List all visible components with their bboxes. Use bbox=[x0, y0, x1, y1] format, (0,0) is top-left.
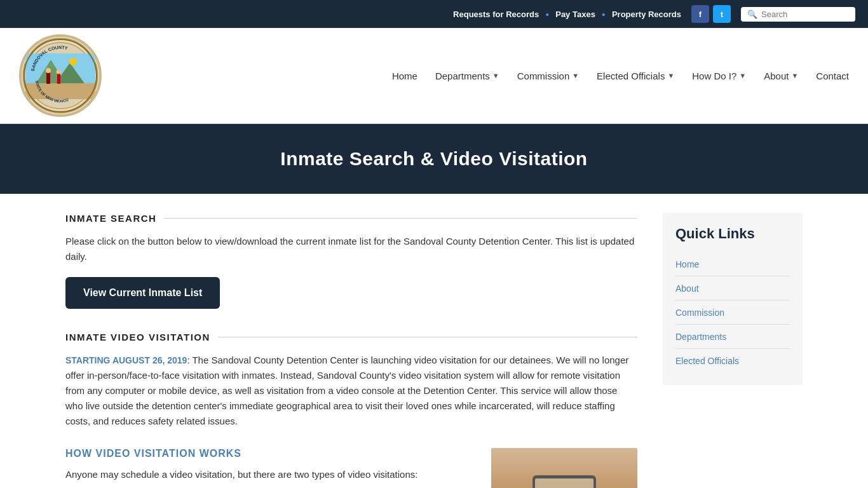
search-input[interactable] bbox=[761, 10, 849, 19]
departments-chevron: ▼ bbox=[492, 72, 499, 79]
svg-point-7 bbox=[46, 68, 51, 73]
inmate-search-description: Please click on the button below to view… bbox=[65, 234, 637, 264]
quick-link-departments-link[interactable]: Departments bbox=[675, 332, 726, 342]
main-nav: Home Departments ▼ Commission ▼ Elected … bbox=[392, 71, 849, 81]
facebook-icon[interactable]: f bbox=[691, 5, 709, 23]
view-inmate-list-button[interactable]: View Current Inmate List bbox=[65, 277, 220, 309]
quick-link-elected-officials: Elected Officials bbox=[675, 348, 790, 372]
page-title: Inmate Search & Video Visitation bbox=[13, 148, 855, 170]
quick-links-list: Home About Commission Departments Electe… bbox=[675, 259, 790, 372]
twitter-icon[interactable]: t bbox=[713, 5, 731, 23]
quick-link-elected-officials-link[interactable]: Elected Officials bbox=[675, 356, 739, 366]
dot-2: ● bbox=[602, 11, 606, 18]
nav-elected-officials[interactable]: Elected Officials ▼ bbox=[597, 71, 674, 81]
commission-chevron: ▼ bbox=[572, 72, 579, 79]
top-bar: Requests for Records ● Pay Taxes ● Prope… bbox=[0, 0, 868, 28]
video-visitation-body: STARTING AUGUST 26, 2019: The Sandoval C… bbox=[65, 353, 637, 429]
property-records-link[interactable]: Property Records bbox=[612, 10, 681, 19]
quick-link-departments: Departments bbox=[675, 324, 790, 348]
svg-rect-8 bbox=[57, 74, 60, 84]
how-works-section: HOW VIDEO VISITATION WORKS Anyone may sc… bbox=[65, 448, 637, 488]
video-thumbnail bbox=[491, 448, 637, 488]
alert-date: STARTING AUGUST 26, 2019 bbox=[65, 355, 187, 365]
top-bar-links: Requests for Records ● Pay Taxes ● Prope… bbox=[453, 10, 681, 19]
svg-point-12 bbox=[69, 58, 77, 65]
header: SANDOVAL COUNTY STATE OF NEW MEXICO Home… bbox=[0, 28, 868, 124]
elected-officials-chevron: ▼ bbox=[667, 72, 674, 79]
logo-circle: SANDOVAL COUNTY STATE OF NEW MEXICO bbox=[19, 34, 102, 117]
inmate-search-heading: INMATE SEARCH bbox=[65, 213, 637, 224]
tablet-icon bbox=[526, 472, 602, 489]
main-wrapper: INMATE SEARCH Please click on the button… bbox=[53, 194, 815, 488]
content-area: INMATE SEARCH Please click on the button… bbox=[65, 213, 637, 488]
dot-1: ● bbox=[545, 11, 549, 18]
video-thumb-inner bbox=[491, 448, 637, 488]
nav-departments[interactable]: Departments ▼ bbox=[435, 71, 499, 81]
quick-link-about: About bbox=[675, 276, 790, 300]
svg-point-9 bbox=[57, 70, 61, 74]
video-visitation-heading: INMATE VIDEO VISITATION bbox=[65, 332, 637, 342]
video-visitation-section: INMATE VIDEO VISITATION STARTING AUGUST … bbox=[65, 332, 637, 429]
quick-links-title: Quick Links bbox=[675, 226, 790, 248]
quick-links-box: Quick Links Home About Commission Depart… bbox=[663, 213, 803, 385]
requests-for-records-link[interactable]: Requests for Records bbox=[453, 10, 539, 19]
nav-about[interactable]: About ▼ bbox=[764, 71, 798, 81]
search-box[interactable]: 🔍 bbox=[741, 7, 855, 22]
quick-link-about-link[interactable]: About bbox=[675, 283, 699, 294]
logo-area: SANDOVAL COUNTY STATE OF NEW MEXICO bbox=[19, 34, 102, 117]
pay-taxes-link[interactable]: Pay Taxes bbox=[555, 10, 595, 19]
page-banner: Inmate Search & Video Visitation bbox=[0, 124, 868, 194]
search-icon: 🔍 bbox=[747, 10, 757, 19]
social-icons: f t bbox=[691, 5, 731, 23]
quick-link-commission: Commission bbox=[675, 300, 790, 324]
nav-commission[interactable]: Commission ▼ bbox=[517, 71, 579, 81]
about-chevron: ▼ bbox=[791, 72, 798, 79]
nav-how-do-i[interactable]: How Do I? ▼ bbox=[692, 71, 746, 81]
how-do-i-chevron: ▼ bbox=[739, 72, 746, 79]
quick-link-home: Home bbox=[675, 259, 790, 276]
svg-rect-6 bbox=[46, 72, 50, 84]
county-seal-svg: SANDOVAL COUNTY STATE OF NEW MEXICO bbox=[22, 37, 98, 114]
quick-link-home-link[interactable]: Home bbox=[675, 259, 699, 269]
nav-contact[interactable]: Contact bbox=[816, 71, 849, 81]
inmate-search-section: INMATE SEARCH Please click on the button… bbox=[65, 213, 637, 309]
nav-home[interactable]: Home bbox=[392, 71, 417, 81]
quick-link-commission-link[interactable]: Commission bbox=[675, 308, 724, 318]
svg-rect-15 bbox=[535, 478, 593, 489]
sidebar: Quick Links Home About Commission Depart… bbox=[663, 213, 803, 488]
